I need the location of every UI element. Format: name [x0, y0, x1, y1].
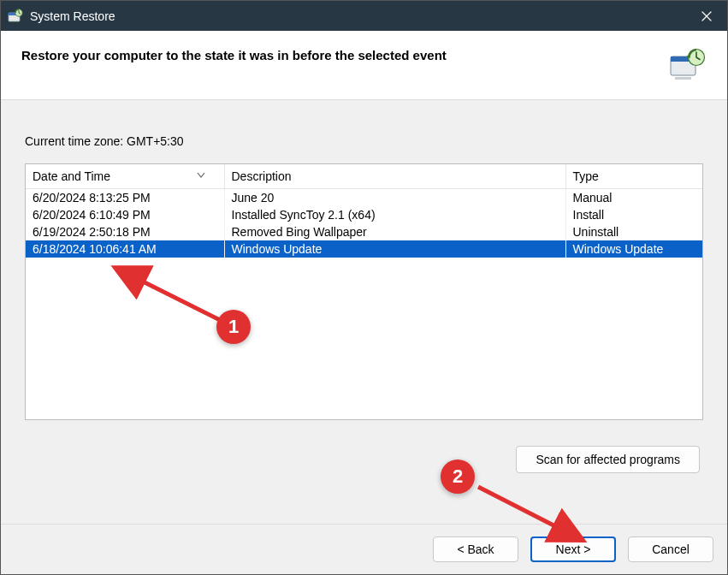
table-cell-date: 6/20/2024 6:10:49 PM — [26, 206, 224, 223]
table-row[interactable]: 6/20/2024 6:10:49 PMInstalled SyncToy 2.… — [26, 206, 702, 223]
system-restore-window: System Restore Restore your computer to … — [0, 0, 728, 575]
table-cell-desc: June 20 — [224, 189, 565, 207]
table-cell-desc: Installed SyncToy 2.1 (x64) — [224, 206, 565, 223]
column-header-type-label: Type — [573, 169, 599, 183]
table-cell-desc: Windows Update — [224, 240, 565, 258]
table-row[interactable]: 6/19/2024 2:50:18 PMRemoved Bing Wallpap… — [26, 223, 702, 240]
title-bar: System Restore — [1, 1, 727, 31]
table-row[interactable]: 6/18/2024 10:06:41 AMWindows UpdateWindo… — [26, 240, 702, 258]
header-text: Restore your computer to the state it wa… — [21, 48, 447, 62]
content-area: Current time zone: GMT+5:30 Date and Tim… — [1, 100, 727, 498]
sort-descending-icon — [197, 168, 205, 181]
table-row[interactable]: 6/20/2024 8:13:25 PMJune 20Manual — [26, 189, 702, 207]
header-banner: Restore your computer to the state it wa… — [1, 31, 727, 100]
column-header-date-label: Date and Time — [33, 169, 110, 183]
table-cell-date: 6/19/2024 2:50:18 PM — [26, 223, 224, 240]
table-cell-type: Uninstall — [565, 223, 702, 240]
window-title: System Restore — [30, 9, 115, 23]
restore-points-table[interactable]: Date and Time Description Type 6 — [25, 163, 703, 420]
close-icon — [701, 11, 712, 21]
table-cell-type: Install — [565, 206, 702, 223]
footer-buttons: < Back Next > Cancel — [1, 525, 727, 574]
column-header-description[interactable]: Description — [224, 164, 565, 189]
system-restore-icon — [8, 9, 23, 24]
next-button[interactable]: Next > — [530, 536, 616, 562]
table-cell-type: Windows Update — [565, 240, 702, 258]
table-cell-date: 6/20/2024 8:13:25 PM — [26, 189, 224, 207]
system-restore-large-icon — [669, 48, 707, 82]
back-button[interactable]: < Back — [433, 536, 518, 562]
column-header-date[interactable]: Date and Time — [26, 164, 224, 189]
svg-rect-6 — [675, 77, 691, 80]
table-cell-date: 6/18/2024 10:06:41 AM — [26, 240, 224, 258]
cancel-button[interactable]: Cancel — [628, 536, 713, 562]
window-close-button[interactable] — [686, 1, 727, 31]
column-header-type[interactable]: Type — [565, 164, 702, 189]
column-header-description-label: Description — [232, 169, 292, 183]
timezone-label: Current time zone: GMT+5:30 — [25, 134, 703, 148]
scan-affected-button[interactable]: Scan for affected programs — [516, 446, 700, 473]
table-cell-desc: Removed Bing Wallpaper — [224, 223, 565, 240]
table-cell-type: Manual — [565, 189, 702, 207]
table-empty-area — [26, 258, 702, 419]
